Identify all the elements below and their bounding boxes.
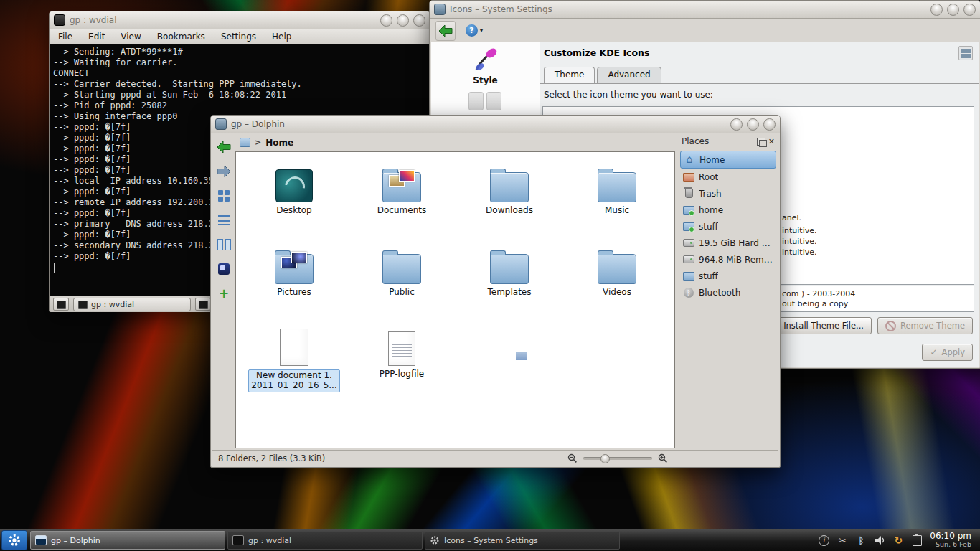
- folder-icon: [490, 172, 529, 202]
- selected-file-label: New document 1.2011_01_20_16_5...: [248, 369, 339, 392]
- place-stuff[interactable]: stuff: [680, 218, 776, 235]
- place-hard-drive[interactable]: 19.5 GiB Hard Drive: [680, 235, 776, 251]
- clipboard-glyph: [913, 535, 922, 546]
- close-panel-icon[interactable]: ✕: [768, 138, 775, 146]
- tab-list-button[interactable]: [195, 298, 211, 311]
- dolphin-icon-view[interactable]: Desktop Documents Downloads Music Pictur…: [235, 151, 675, 448]
- terminal-menubar: File Edit View Bookmarks Settings Help: [50, 29, 430, 44]
- dolphin-app-icon: [215, 118, 227, 130]
- zoom-slider[interactable]: [583, 457, 652, 460]
- documents-folder-icon: [382, 172, 421, 202]
- zoom-in-icon[interactable]: [658, 453, 668, 463]
- klipper-icon[interactable]: ✂: [837, 534, 848, 546]
- folder-label: Pictures: [247, 288, 341, 298]
- place-trash[interactable]: Trash: [680, 185, 776, 202]
- system-settings-titlebar[interactable]: Icons – System Settings: [430, 1, 980, 19]
- folder-item-pictures[interactable]: Pictures: [247, 244, 341, 316]
- close-button[interactable]: [413, 14, 425, 27]
- folder-label: Documents: [354, 206, 449, 216]
- info-glyph: i: [819, 535, 829, 546]
- menu-bookmarks[interactable]: Bookmarks: [157, 32, 205, 42]
- bluetooth-tray-icon[interactable]: ᛒ: [855, 534, 867, 546]
- place-label: 964.8 MiB Remov...: [699, 255, 773, 265]
- breadcrumb-home[interactable]: Home: [265, 138, 293, 148]
- menu-settings[interactable]: Settings: [221, 32, 256, 42]
- menu-edit[interactable]: Edit: [88, 32, 105, 42]
- place-label: Home: [699, 155, 725, 165]
- place-stuff-2[interactable]: stuff: [680, 268, 776, 284]
- folder-item-desktop[interactable]: Desktop: [247, 162, 341, 234]
- new-tab-button[interactable]: [53, 298, 69, 311]
- maximize-button[interactable]: [947, 4, 959, 16]
- apply-button[interactable]: ✓ Apply: [922, 344, 973, 361]
- back-button[interactable]: [215, 138, 233, 156]
- minimize-button[interactable]: [380, 14, 392, 27]
- minimize-button[interactable]: [730, 118, 743, 131]
- file-item-ppp-logfile[interactable]: PPP-logfile: [354, 326, 449, 397]
- minimize-button[interactable]: [930, 4, 943, 16]
- places-header[interactable]: Places ✕: [678, 133, 778, 149]
- zoom-out-icon[interactable]: [567, 453, 578, 463]
- task-dolphin[interactable]: gp – Dolphin: [30, 531, 225, 550]
- apply-label: Apply: [942, 347, 965, 357]
- place-home[interactable]: ⌂Home: [680, 151, 776, 169]
- menu-view[interactable]: View: [121, 32, 141, 42]
- grid-square: [961, 54, 966, 58]
- dolphin-task-icon: [35, 535, 47, 545]
- folder-item-downloads[interactable]: Downloads: [462, 162, 557, 234]
- menu-help[interactable]: Help: [272, 32, 291, 42]
- launcher-button[interactable]: [1, 530, 27, 550]
- sidebar-item-style[interactable]: Style: [431, 42, 540, 85]
- copyright-fragment: com ) - 2003-2004: [782, 289, 855, 298]
- split-view-button[interactable]: +: [215, 284, 233, 303]
- place-label: Bluetooth: [699, 288, 740, 298]
- place-home-folder[interactable]: home: [680, 202, 776, 218]
- dolphin-window: gp – Dolphin + > Home: [210, 115, 781, 468]
- folder-icon: [382, 254, 421, 284]
- zoom-slider-handle[interactable]: [600, 454, 610, 463]
- maximize-button[interactable]: [747, 118, 759, 131]
- place-label: Root: [699, 172, 718, 182]
- tab-theme[interactable]: Theme: [544, 67, 595, 83]
- icon-view-toggle-button[interactable]: [958, 46, 973, 60]
- details-view-button[interactable]: [215, 211, 233, 230]
- float-panel-icon[interactable]: [757, 138, 765, 146]
- menu-file[interactable]: File: [58, 32, 72, 42]
- close-button[interactable]: [763, 118, 776, 131]
- updates-icon[interactable]: ↻: [892, 534, 904, 546]
- close-button[interactable]: [963, 4, 976, 16]
- folder-item-public[interactable]: Public: [354, 244, 449, 316]
- removable-drive-icon: [683, 255, 694, 263]
- help-button[interactable]: ? ▾: [466, 24, 483, 37]
- notifications-icon[interactable]: i: [818, 534, 829, 546]
- tab-advanced[interactable]: Advanced: [597, 67, 661, 83]
- dolphin-titlebar[interactable]: gp – Dolphin: [211, 116, 780, 133]
- back-button[interactable]: [435, 21, 456, 41]
- folder-item-videos[interactable]: Videos: [570, 244, 664, 316]
- columns-view-icon: [217, 239, 231, 250]
- preview-button[interactable]: [215, 260, 233, 278]
- system-settings-app-icon: [434, 4, 446, 15]
- status-text: 8 Folders, 2 Files (3.3 KiB): [218, 453, 325, 463]
- forward-button[interactable]: [215, 162, 233, 181]
- place-removable-drive[interactable]: 964.8 MiB Remov...: [680, 251, 776, 268]
- place-bluetooth[interactable]: ᛒBluetooth: [680, 284, 776, 301]
- icons-view-button[interactable]: [215, 187, 233, 205]
- task-wvdial[interactable]: gp : wvdial: [227, 531, 423, 550]
- folder-item-documents[interactable]: Documents: [354, 162, 449, 234]
- terminal-titlebar[interactable]: gp : wvdial: [50, 11, 430, 29]
- folder-item-templates[interactable]: Templates: [462, 244, 557, 316]
- breadcrumb-root-icon[interactable]: [240, 138, 250, 147]
- volume-icon[interactable]: [874, 534, 885, 546]
- folder-item-music[interactable]: Music: [570, 162, 664, 234]
- sidebar-item-partial[interactable]: [468, 92, 501, 110]
- columns-view-button[interactable]: [215, 235, 233, 254]
- file-item-new-document[interactable]: New document 1.2011_01_20_16_5...: [247, 326, 341, 397]
- clock[interactable]: 06:10 pm Sun, 6 Feb: [930, 532, 980, 549]
- task-system-settings[interactable]: Icons – System Settings: [425, 531, 620, 550]
- place-root[interactable]: Root: [680, 169, 776, 185]
- maximize-button[interactable]: [397, 14, 409, 27]
- remove-theme-button[interactable]: Remove Theme: [877, 317, 973, 334]
- terminal-tab[interactable]: gp : wvdial: [73, 298, 191, 311]
- device-notifier-icon[interactable]: [911, 534, 923, 546]
